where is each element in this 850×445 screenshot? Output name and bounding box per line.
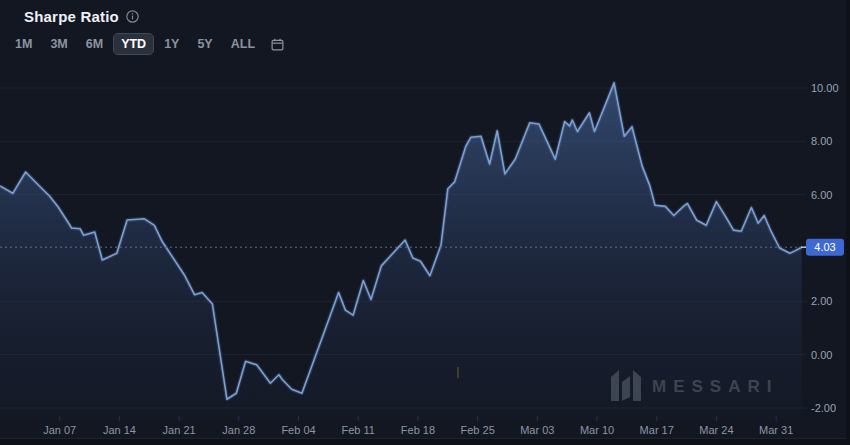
calendar-icon[interactable] bbox=[265, 35, 290, 54]
x-axis-label: Feb 04 bbox=[281, 424, 315, 436]
x-axis-label: Jan 28 bbox=[222, 424, 255, 436]
range-button-1y[interactable]: 1Y bbox=[156, 33, 187, 55]
sharpe-ratio-chart[interactable]: 10.008.006.002.000.00-2.00Jan 07Jan 14Ja… bbox=[0, 0, 850, 445]
current-value-badge-label: 4.03 bbox=[814, 241, 835, 253]
y-axis-label: 2.00 bbox=[811, 295, 832, 307]
chart-header: Sharpe Ratio bbox=[24, 8, 139, 25]
x-axis-label: Feb 18 bbox=[401, 424, 435, 436]
y-axis-label: 10.00 bbox=[811, 82, 839, 94]
range-button-3m[interactable]: 3M bbox=[42, 33, 75, 55]
x-axis-label: Mar 03 bbox=[520, 424, 554, 436]
x-axis-label: Mar 17 bbox=[640, 424, 674, 436]
x-axis-label: Mar 31 bbox=[759, 424, 793, 436]
info-circle-icon[interactable] bbox=[126, 10, 139, 23]
range-button-ytd[interactable]: YTD bbox=[113, 33, 154, 55]
chart-title: Sharpe Ratio bbox=[24, 8, 119, 25]
y-axis-label: 8.00 bbox=[811, 135, 832, 147]
time-range-selector: 1M3M6MYTD1Y5YALL bbox=[7, 33, 290, 55]
range-button-5y[interactable]: 5Y bbox=[189, 33, 220, 55]
card-right-edge bbox=[846, 0, 850, 445]
x-axis-label: Feb 11 bbox=[342, 424, 375, 436]
y-axis-label: 0.00 bbox=[811, 349, 832, 361]
y-axis-label: -2.00 bbox=[811, 402, 836, 414]
range-button-1m[interactable]: 1M bbox=[7, 33, 40, 55]
x-axis-label: Mar 24 bbox=[699, 424, 733, 436]
x-axis-label: Jan 21 bbox=[163, 424, 196, 436]
cursor-artifact bbox=[457, 367, 459, 378]
x-axis-label: Feb 25 bbox=[461, 424, 495, 436]
chart-plot-area[interactable] bbox=[0, 60, 806, 420]
x-axis-label: Jan 14 bbox=[103, 424, 136, 436]
range-button-all[interactable]: ALL bbox=[223, 33, 263, 55]
x-axis-label: Jan 07 bbox=[43, 424, 76, 436]
sharpe-ratio-card: 10.008.006.002.000.00-2.00Jan 07Jan 14Ja… bbox=[0, 0, 850, 445]
card-bottom-edge bbox=[0, 439, 850, 445]
x-axis-label: Mar 10 bbox=[580, 424, 614, 436]
y-axis-label: 6.00 bbox=[811, 189, 832, 201]
range-button-6m[interactable]: 6M bbox=[78, 33, 111, 55]
